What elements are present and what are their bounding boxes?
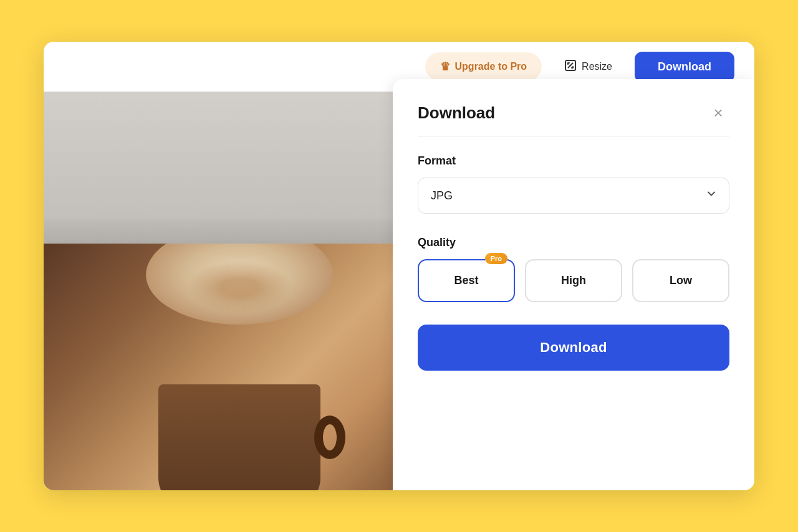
quality-low-button[interactable]: Low xyxy=(632,259,729,302)
pro-badge: Pro xyxy=(485,253,507,264)
panel-title: Download xyxy=(418,103,495,123)
upgrade-label: Upgrade to Pro xyxy=(455,61,527,72)
quality-label: Quality xyxy=(418,236,729,249)
download-top-label: Download xyxy=(658,60,711,73)
format-label: Format xyxy=(418,154,729,168)
quality-options: Pro Best High Low xyxy=(418,259,729,302)
resize-label: Resize xyxy=(582,61,612,72)
download-main-label: Download xyxy=(540,340,607,355)
quality-section: Quality Pro Best High Low xyxy=(418,236,729,302)
upgrade-to-pro-button[interactable]: ♛ Upgrade to Pro xyxy=(425,52,542,81)
resize-button[interactable]: Resize xyxy=(552,52,625,82)
format-section: Format JPG PNG WEBP PDF xyxy=(418,154,729,214)
resize-icon xyxy=(564,59,577,74)
quality-best-label: Best xyxy=(454,274,478,287)
quality-best-button[interactable]: Pro Best xyxy=(418,259,515,302)
download-top-button[interactable]: Download xyxy=(635,52,734,82)
download-main-button[interactable]: Download xyxy=(418,325,729,371)
format-select[interactable]: JPG PNG WEBP PDF xyxy=(418,178,729,214)
quality-high-label: High xyxy=(561,274,586,287)
coffee-image xyxy=(44,244,435,490)
download-panel: Download × Format JPG PNG WEBP PDF xyxy=(393,79,754,490)
panel-header: Download × xyxy=(418,102,729,137)
image-area xyxy=(44,42,435,490)
quality-high-button[interactable]: High xyxy=(525,259,622,302)
crown-icon: ♛ xyxy=(440,60,450,74)
main-container: ♛ Upgrade to Pro Resize Download xyxy=(44,42,754,490)
quality-low-label: Low xyxy=(670,274,692,287)
close-icon: × xyxy=(713,105,723,121)
format-dropdown-wrapper: JPG PNG WEBP PDF xyxy=(418,178,729,214)
close-button[interactable]: × xyxy=(707,102,729,124)
